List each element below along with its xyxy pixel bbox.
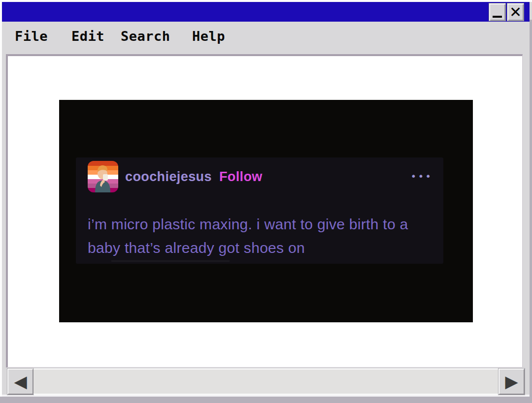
window-frame-edge-right bbox=[530, 20, 532, 403]
post-body-line-1: i’m micro plastic maxing. i want to give… bbox=[88, 213, 437, 236]
close-icon: ✕ bbox=[509, 5, 522, 20]
scroll-right-button[interactable]: ▶ bbox=[499, 369, 525, 395]
window-frame-edge-left bbox=[0, 0, 2, 403]
post-body: i’m micro plastic maxing. i want to give… bbox=[88, 213, 437, 260]
post-header: coochiejesus Follow bbox=[125, 169, 263, 185]
username-text: coochiejesus bbox=[125, 169, 212, 185]
minimize-icon bbox=[493, 16, 502, 18]
post-underline-artifact bbox=[111, 260, 230, 262]
post-body-line-2: baby that’s already got shoes on bbox=[88, 236, 437, 260]
titlebar[interactable]: ✕ bbox=[2, 2, 530, 22]
menu-item-help[interactable]: Help bbox=[192, 29, 225, 44]
scrollbar-track[interactable] bbox=[33, 369, 499, 395]
more-options-icon: ••• bbox=[411, 170, 432, 182]
follow-label: Follow bbox=[219, 169, 263, 185]
minimize-button[interactable] bbox=[489, 3, 505, 21]
meme-image: coochiejesus Follow ••• i’m micro plasti… bbox=[59, 100, 473, 322]
scroll-left-button[interactable]: ◀ bbox=[7, 369, 33, 395]
menu-item-edit[interactable]: Edit bbox=[71, 29, 104, 44]
avatar bbox=[88, 161, 118, 192]
viewer-canvas: coochiejesus Follow ••• i’m micro plasti… bbox=[6, 54, 523, 368]
app-window: ✕ File Edit Search Help bbox=[0, 0, 532, 403]
menu-item-search[interactable]: Search bbox=[121, 29, 170, 44]
left-arrow-icon: ◀ bbox=[14, 373, 27, 391]
right-arrow-icon: ▶ bbox=[505, 373, 518, 391]
menu-item-file[interactable]: File bbox=[15, 29, 48, 44]
tumblr-post-card: coochiejesus Follow ••• i’m micro plasti… bbox=[76, 157, 443, 264]
menubar: File Edit Search Help bbox=[2, 22, 530, 54]
window-frame-edge-bottom bbox=[0, 397, 532, 403]
close-button[interactable]: ✕ bbox=[507, 3, 524, 21]
bobby-hill-lesbian-flag-avatar-icon bbox=[88, 161, 118, 192]
